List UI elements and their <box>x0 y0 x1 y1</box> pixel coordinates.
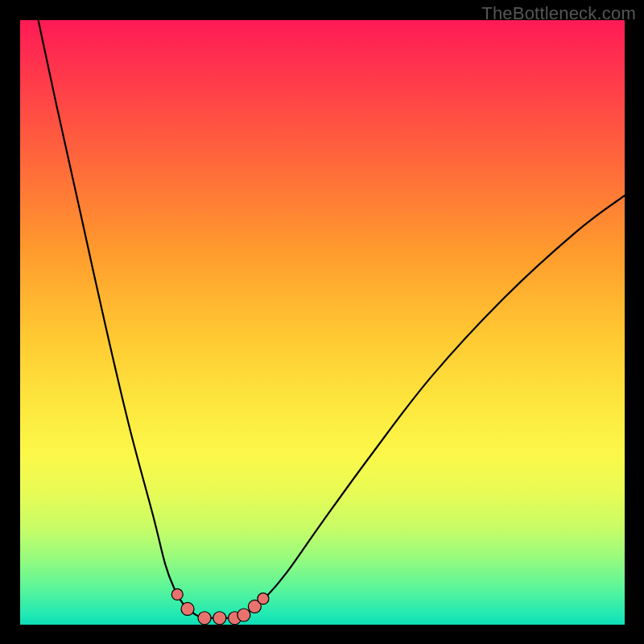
left-top-dot <box>171 588 183 600</box>
right-top-dot <box>258 593 269 605</box>
floor-left-dot <box>198 612 211 625</box>
series-right-curve <box>237 196 625 618</box>
floor-mid-dot <box>213 612 226 625</box>
left-bottom-dot <box>181 602 194 615</box>
right-low-dot <box>237 609 250 621</box>
chart-svg <box>20 20 625 625</box>
series-left-curve <box>39 20 205 618</box>
curve-lines <box>39 20 625 618</box>
curve-markers <box>171 588 269 624</box>
